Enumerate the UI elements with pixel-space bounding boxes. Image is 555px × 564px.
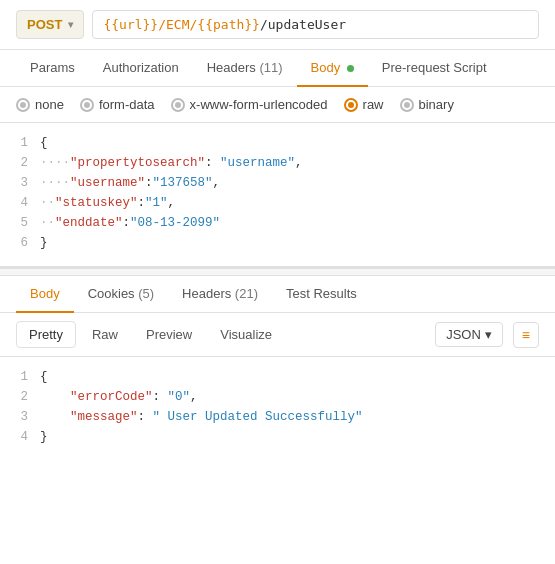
radio-urlencoded[interactable]: x-www-form-urlencoded [171,97,328,112]
tab-params[interactable]: Params [16,50,89,87]
tab-headers[interactable]: Headers (11) [193,50,297,87]
radio-circle-urlencoded [171,98,185,112]
req-line-4: 4 ··"statuskey":"1", [0,193,555,213]
subtab-pretty[interactable]: Pretty [16,321,76,348]
radio-raw[interactable]: raw [344,97,384,112]
chevron-down-icon: ▾ [68,19,73,30]
radio-form-data[interactable]: form-data [80,97,155,112]
body-type-row: none form-data x-www-form-urlencoded raw… [0,87,555,123]
response-body-editor: 1 { 2 "errorCode": "0", 3 "message": " U… [0,357,555,457]
resp-tab-cookies[interactable]: Cookies (5) [74,276,168,313]
radio-label-raw: raw [363,97,384,112]
radio-circle-form-data [80,98,94,112]
method-dropdown[interactable]: POST ▾ [16,10,84,39]
radio-label-none: none [35,97,64,112]
tab-authorization[interactable]: Authorization [89,50,193,87]
url-suffix: /updateUser [260,17,346,32]
wrap-icon: ≡ [522,327,530,343]
resp-tab-body[interactable]: Body [16,276,74,313]
section-divider [0,268,555,276]
radio-label-form-data: form-data [99,97,155,112]
sub-tabs-row: Pretty Raw Preview Visualize JSON ▾ ≡ [0,313,555,357]
req-line-6: 6 } [0,233,555,253]
subtab-raw[interactable]: Raw [80,322,130,347]
url-prefix: {{url}}/ECM/ [103,17,197,32]
resp-line-4: 4 } [0,427,555,447]
resp-line-2: 2 "errorCode": "0", [0,387,555,407]
req-line-1: 1 { [0,133,555,153]
url-path-template: {{path}} [197,17,260,32]
req-line-3: 3 ····"username":"137658", [0,173,555,193]
url-input[interactable]: {{url}}/ECM/{{path}}/updateUser [92,10,539,39]
method-label: POST [27,17,62,32]
radio-label-binary: binary [419,97,454,112]
request-body-editor[interactable]: 1 { 2 ····"propertytosearch": "username"… [0,123,555,268]
req-line-5: 5 ··"enddate":"08-13-2099" [0,213,555,233]
radio-label-urlencoded: x-www-form-urlencoded [190,97,328,112]
chevron-down-icon: ▾ [485,327,492,342]
subtab-preview[interactable]: Preview [134,322,204,347]
radio-circle-none [16,98,30,112]
wrap-button[interactable]: ≡ [513,322,539,348]
resp-line-1: 1 { [0,367,555,387]
radio-circle-binary [400,98,414,112]
radio-circle-raw [344,98,358,112]
resp-line-3: 3 "message": " User Updated Successfully… [0,407,555,427]
tab-body[interactable]: Body [297,50,368,87]
body-dot-indicator [347,65,354,72]
request-tabs: Params Authorization Headers (11) Body P… [0,50,555,87]
resp-tab-test-results[interactable]: Test Results [272,276,371,313]
url-bar: POST ▾ {{url}}/ECM/{{path}}/updateUser [0,0,555,50]
req-line-2: 2 ····"propertytosearch": "username", [0,153,555,173]
resp-tab-headers[interactable]: Headers (21) [168,276,272,313]
subtab-visualize[interactable]: Visualize [208,322,284,347]
radio-none[interactable]: none [16,97,64,112]
response-tabs: Body Cookies (5) Headers (21) Test Resul… [0,276,555,313]
format-select-dropdown[interactable]: JSON ▾ [435,322,503,347]
radio-binary[interactable]: binary [400,97,454,112]
tab-pre-request-script[interactable]: Pre-request Script [368,50,501,87]
